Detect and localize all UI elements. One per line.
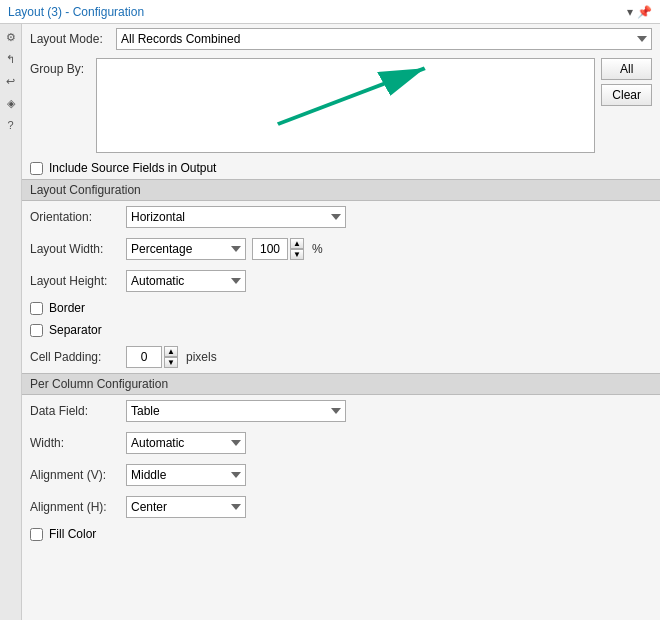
orientation-row: Orientation: Horizontal Vertical [22, 201, 660, 233]
cell-padding-down[interactable]: ▼ [164, 357, 178, 368]
percent-label: % [312, 242, 323, 256]
svg-line-1 [278, 68, 425, 124]
layout-configuration-header: Layout Configuration [22, 179, 660, 201]
group-by-section: Group By: All Clear [22, 54, 660, 157]
sidebar-icon-diamond[interactable]: ◈ [2, 94, 20, 112]
layout-mode-row: Layout Mode: All Records Combined Per Re… [22, 24, 660, 54]
layout-height-select[interactable]: Automatic Pixels [126, 270, 246, 292]
border-checkbox[interactable] [30, 302, 43, 315]
main-content: ⚙ ↰ ↩ ◈ ? Layout Mode: All Records Combi… [0, 24, 660, 620]
alignment-v-label: Alignment (V): [30, 468, 120, 482]
alignment-v-select[interactable]: Middle Top Bottom [126, 464, 246, 486]
title-text: Layout (3) - Configuration [8, 5, 144, 19]
cell-padding-up[interactable]: ▲ [164, 346, 178, 357]
separator-checkbox[interactable] [30, 324, 43, 337]
title-bar: Layout (3) - Configuration ▾ 📌 [0, 0, 660, 24]
group-by-buttons: All Clear [601, 58, 652, 153]
cell-padding-label: Cell Padding: [30, 350, 120, 364]
separator-label: Separator [49, 323, 102, 337]
fill-color-row: Fill Color [22, 523, 660, 545]
data-field-label: Data Field: [30, 404, 120, 418]
group-by-box [96, 58, 595, 153]
alignment-h-label: Alignment (H): [30, 500, 120, 514]
pixels-label: pixels [186, 350, 217, 364]
sidebar-icon-settings[interactable]: ⚙ [2, 28, 20, 46]
data-field-row: Data Field: Table [22, 395, 660, 427]
spinner-buttons: ▲ ▼ [290, 238, 304, 260]
include-source-fields-row: Include Source Fields in Output [22, 157, 660, 179]
orientation-select[interactable]: Horizontal Vertical [126, 206, 346, 228]
include-source-fields-label: Include Source Fields in Output [49, 161, 216, 175]
layout-width-label: Layout Width: [30, 242, 120, 256]
title-bar-icons: ▾ 📌 [627, 5, 652, 19]
width-select[interactable]: Automatic Pixels Percentage [126, 432, 246, 454]
layout-width-spinner: ▲ ▼ [252, 238, 304, 260]
fill-color-checkbox[interactable] [30, 528, 43, 541]
spinner-up[interactable]: ▲ [290, 238, 304, 249]
layout-width-row: Layout Width: Percentage Pixels Automati… [22, 233, 660, 265]
layout-width-value[interactable] [252, 238, 288, 260]
per-column-configuration-header: Per Column Configuration [22, 373, 660, 395]
pin-icon[interactable]: 📌 [637, 5, 652, 19]
arrow-overlay [97, 59, 594, 152]
config-panel: Layout Mode: All Records Combined Per Re… [22, 24, 660, 620]
alignment-h-select[interactable]: Center Left Right [126, 496, 246, 518]
border-row: Border [22, 297, 660, 319]
all-button[interactable]: All [601, 58, 652, 80]
cell-padding-spinner-buttons: ▲ ▼ [164, 346, 178, 368]
title-bar-left: Layout (3) - Configuration [8, 5, 144, 19]
border-label: Border [49, 301, 85, 315]
data-field-select[interactable]: Table [126, 400, 346, 422]
layout-height-label: Layout Height: [30, 274, 120, 288]
group-by-label: Group By: [30, 58, 90, 153]
collapse-icon[interactable]: ▾ [627, 5, 633, 19]
alignment-v-row: Alignment (V): Middle Top Bottom [22, 459, 660, 491]
sidebar: ⚙ ↰ ↩ ◈ ? [0, 24, 22, 620]
sidebar-icon-back[interactable]: ↰ [2, 50, 20, 68]
include-source-fields-checkbox[interactable] [30, 162, 43, 175]
orientation-label: Orientation: [30, 210, 120, 224]
layout-height-row: Layout Height: Automatic Pixels [22, 265, 660, 297]
layout-mode-label: Layout Mode: [30, 32, 110, 46]
cell-padding-row: Cell Padding: ▲ ▼ pixels [22, 341, 660, 373]
layout-mode-select[interactable]: All Records Combined Per Record Per Page [116, 28, 652, 50]
sidebar-icon-help[interactable]: ? [2, 116, 20, 134]
layout-width-select[interactable]: Percentage Pixels Automatic [126, 238, 246, 260]
spinner-down[interactable]: ▼ [290, 249, 304, 260]
cell-padding-value[interactable] [126, 346, 162, 368]
clear-button[interactable]: Clear [601, 84, 652, 106]
width-row: Width: Automatic Pixels Percentage [22, 427, 660, 459]
group-by-wrapper: All Clear [96, 58, 652, 153]
cell-padding-spinner: ▲ ▼ [126, 346, 178, 368]
sidebar-icon-undo[interactable]: ↩ [2, 72, 20, 90]
fill-color-label: Fill Color [49, 527, 96, 541]
width-label: Width: [30, 436, 120, 450]
alignment-h-row: Alignment (H): Center Left Right [22, 491, 660, 523]
separator-row: Separator [22, 319, 660, 341]
